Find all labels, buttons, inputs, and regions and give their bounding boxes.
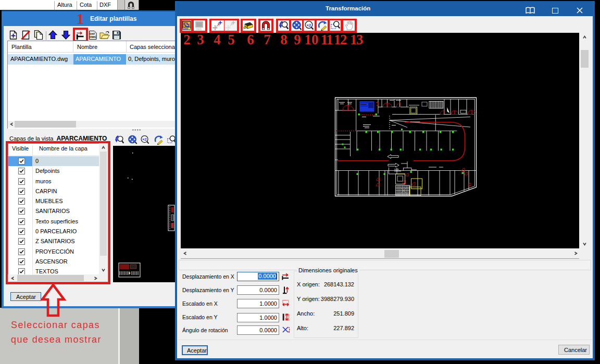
svg-text:DWG: DWG — [90, 35, 96, 39]
svg-text:DXF: DXF — [183, 27, 189, 30]
svg-text:DWG: DWG — [196, 28, 202, 31]
svg-text:DXF: DXF — [90, 32, 95, 35]
